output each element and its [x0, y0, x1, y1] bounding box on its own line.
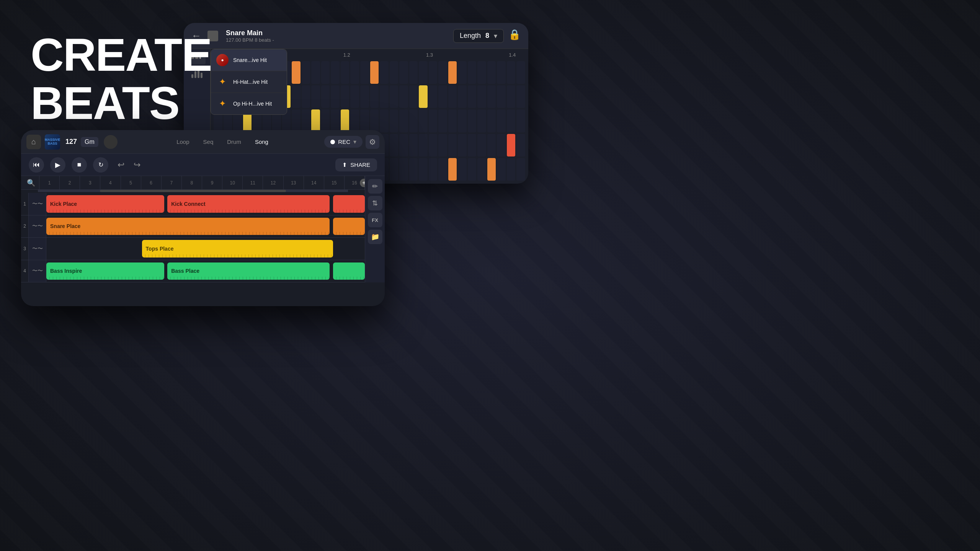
dm-cell[interactable] — [487, 134, 496, 156]
clip-tops-place[interactable]: Tops Place — [142, 240, 333, 258]
dm-cell[interactable] — [419, 109, 428, 132]
dm-cell[interactable] — [458, 61, 467, 84]
dm-cell[interactable] — [448, 109, 457, 132]
dm-cell[interactable] — [380, 85, 389, 108]
dm-cell[interactable] — [390, 158, 399, 181]
clip-kick-overflow[interactable] — [333, 195, 365, 213]
dm-cell[interactable] — [341, 109, 350, 132]
dm-cell[interactable] — [448, 85, 457, 108]
dm-cell[interactable] — [311, 85, 320, 108]
dm-cell[interactable] — [468, 158, 477, 181]
transport-undo[interactable]: ↩ — [118, 160, 124, 170]
transport-rewind[interactable]: ⏮ — [29, 157, 44, 173]
daw-tempo-icon[interactable] — [104, 135, 118, 149]
instrument-item-ophi[interactable]: ✦ Op Hi-H...ive Hit — [211, 93, 287, 114]
dm-cell[interactable] — [429, 134, 438, 156]
dm-cell[interactable] — [477, 85, 486, 108]
dm-cell[interactable] — [497, 109, 506, 132]
rec-dropdown-icon[interactable]: ▾ — [353, 138, 356, 145]
dm-cell[interactable] — [487, 109, 496, 132]
dm-cell[interactable] — [302, 61, 310, 84]
dm-cell[interactable] — [370, 109, 379, 132]
dm-cell[interactable] — [507, 134, 516, 156]
dm-cell[interactable] — [390, 109, 399, 132]
dm-cell[interactable] — [438, 61, 447, 84]
dm-cell[interactable] — [380, 61, 389, 84]
dm-cell[interactable] — [507, 61, 516, 84]
dm-cell[interactable] — [292, 61, 301, 84]
daw-album-art[interactable]: MASSIVEBASS — [45, 134, 60, 150]
dm-cell[interactable] — [302, 109, 310, 132]
dm-cell[interactable] — [341, 61, 350, 84]
dm-lock-icon[interactable]: 🔒 — [508, 29, 521, 43]
dm-cell[interactable] — [429, 109, 438, 132]
dm-cell[interactable] — [399, 109, 408, 132]
dm-cell[interactable] — [399, 134, 408, 156]
clip-snare-place[interactable]: Snare Place — [46, 218, 330, 235]
clip-bass-overflow[interactable] — [333, 262, 365, 280]
dm-dropdown-icon[interactable]: ▾ — [494, 32, 497, 40]
dm-cell[interactable] — [370, 61, 379, 84]
dm-cell[interactable] — [321, 85, 330, 108]
dm-cell[interactable] — [360, 61, 369, 84]
dm-cell[interactable] — [419, 61, 428, 84]
dm-cell[interactable] — [341, 85, 350, 108]
dm-cell[interactable] — [516, 61, 525, 84]
daw-files-button[interactable]: 📁 — [368, 230, 382, 244]
dm-cell[interactable] — [458, 158, 467, 181]
instrument-item-hihat[interactable]: ✦ Hi-Hat...ive Hit — [211, 71, 287, 93]
transport-stop[interactable]: ■ — [72, 157, 87, 173]
daw-settings-button[interactable]: ⚙ — [366, 135, 379, 149]
dm-cell[interactable] — [390, 61, 399, 84]
dm-cell[interactable] — [399, 158, 408, 181]
dm-cell[interactable] — [458, 85, 467, 108]
dm-cell[interactable] — [321, 61, 330, 84]
daw-key[interactable]: Gm — [81, 137, 98, 147]
dm-cell[interactable] — [350, 85, 359, 108]
dm-cell[interactable] — [360, 85, 369, 108]
transport-play[interactable]: ▶ — [50, 157, 65, 173]
dm-cell[interactable] — [409, 61, 418, 84]
dm-cell[interactable] — [497, 158, 506, 181]
dm-cell[interactable] — [409, 109, 418, 132]
dm-length-control[interactable]: Length 8 ▾ — [453, 29, 504, 43]
dm-cell[interactable] — [438, 158, 447, 181]
dm-cell[interactable] — [477, 134, 486, 156]
dm-cell[interactable] — [409, 85, 418, 108]
instrument-item-snare[interactable]: ● Snare...ive Hit — [211, 49, 287, 71]
dm-cell[interactable] — [477, 158, 486, 181]
dm-cell[interactable] — [516, 109, 525, 132]
daw-edit-button[interactable]: ✏ — [368, 179, 382, 194]
dm-cell[interactable] — [429, 61, 438, 84]
dm-cell[interactable] — [390, 134, 399, 156]
dm-cell[interactable] — [497, 134, 506, 156]
dm-cell[interactable] — [507, 85, 516, 108]
dm-cell[interactable] — [516, 85, 525, 108]
dm-cell[interactable] — [331, 61, 340, 84]
dm-cell[interactable] — [370, 85, 379, 108]
tab-drum[interactable]: Drum — [220, 136, 248, 147]
dm-cell[interactable] — [468, 85, 477, 108]
dm-cell[interactable] — [429, 85, 438, 108]
daw-home-button[interactable]: ⌂ — [26, 135, 41, 149]
dm-cell[interactable] — [458, 134, 467, 156]
dm-cell[interactable] — [448, 134, 457, 156]
dm-cell[interactable] — [331, 109, 340, 132]
dm-cell[interactable] — [429, 158, 438, 181]
daw-search-button[interactable]: 🔍 — [23, 176, 39, 189]
dm-cell[interactable] — [409, 134, 418, 156]
dm-cell[interactable] — [292, 85, 301, 108]
dm-cell[interactable] — [419, 158, 428, 181]
daw-fx-button[interactable]: FX — [368, 213, 382, 227]
clip-bass-place[interactable]: Bass Place — [167, 262, 330, 280]
transport-share-button[interactable]: ⬆ SHARE — [335, 158, 377, 171]
dm-cell[interactable] — [311, 109, 320, 132]
dm-cell[interactable] — [468, 109, 477, 132]
dm-cell[interactable] — [399, 85, 408, 108]
transport-loop[interactable]: ↻ — [93, 157, 108, 173]
dm-cell[interactable] — [516, 158, 525, 181]
dm-cell[interactable] — [399, 61, 408, 84]
dm-cell[interactable] — [487, 85, 496, 108]
dm-cell[interactable] — [438, 134, 447, 156]
dm-cell[interactable] — [438, 109, 447, 132]
